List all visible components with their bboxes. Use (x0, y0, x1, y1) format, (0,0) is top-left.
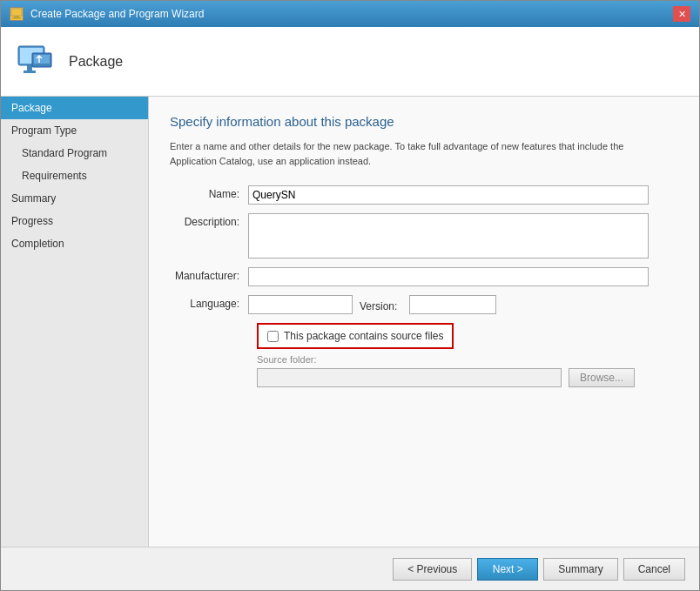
header-label: Package (69, 54, 123, 70)
sidebar: Package Program Type Standard Program Re… (1, 97, 149, 547)
source-folder-input[interactable] (257, 368, 562, 387)
sidebar-item-package[interactable]: Package (1, 97, 148, 119)
cancel-button[interactable]: Cancel (623, 558, 685, 581)
window-icon (10, 7, 24, 21)
content-area: Package Program Type Standard Program Re… (1, 97, 699, 547)
version-label: Version: (360, 298, 402, 312)
title-bar: Create Package and Program Wizard ✕ (1, 1, 699, 27)
sidebar-item-standard-program[interactable]: Standard Program (1, 142, 148, 165)
name-label: Name: (170, 185, 248, 200)
source-files-checkbox[interactable] (267, 331, 279, 342)
window-title: Create Package and Program Wizard (30, 8, 204, 20)
sidebar-item-summary[interactable]: Summary (1, 187, 148, 210)
source-folder-label: Source folder: (257, 354, 678, 365)
source-files-checkbox-row: This package contains source files (257, 323, 454, 349)
previous-button[interactable]: < Previous (393, 558, 472, 581)
language-version-inline: Version: (248, 295, 649, 314)
next-button[interactable]: Next > (477, 558, 538, 581)
sidebar-item-requirements[interactable]: Requirements (1, 165, 148, 187)
version-input[interactable] (409, 295, 496, 314)
source-folder-row: Browse... (257, 368, 678, 387)
description-row: Description: (170, 213, 678, 259)
language-version-row: Language: Version: (170, 295, 678, 314)
sidebar-item-program-type[interactable]: Program Type (1, 119, 148, 142)
package-icon (15, 41, 57, 83)
name-row: Name: (170, 185, 678, 205)
manufacturer-input[interactable] (248, 267, 649, 286)
manufacturer-label: Manufacturer: (170, 267, 248, 282)
description-label: Description: (170, 213, 248, 228)
summary-button[interactable]: Summary (543, 558, 617, 581)
svg-rect-2 (12, 17, 21, 19)
svg-rect-6 (24, 71, 36, 73)
language-input[interactable] (248, 295, 353, 314)
sidebar-item-completion[interactable]: Completion (1, 232, 148, 255)
svg-rect-8 (34, 55, 50, 64)
sidebar-item-progress[interactable]: Progress (1, 210, 148, 232)
source-files-label: This package contains source files (284, 330, 443, 342)
svg-rect-0 (11, 9, 22, 16)
manufacturer-row: Manufacturer: (170, 267, 678, 286)
main-title: Specify information about this package (170, 114, 678, 129)
title-bar-left: Create Package and Program Wizard (10, 7, 204, 21)
header-bar: Package (1, 27, 699, 97)
language-label: Language: (170, 295, 248, 310)
svg-rect-1 (14, 16, 19, 17)
name-input[interactable] (248, 185, 649, 205)
description-input[interactable] (248, 213, 649, 259)
close-button[interactable]: ✕ (673, 6, 690, 22)
main-panel: Specify information about this package E… (149, 97, 699, 547)
info-text: Enter a name and other details for the n… (170, 139, 657, 168)
svg-rect-5 (27, 65, 32, 71)
wizard-window: Create Package and Program Wizard ✕ Pack… (0, 0, 700, 591)
footer: < Previous Next > Summary Cancel (1, 547, 699, 590)
browse-button[interactable]: Browse... (569, 368, 635, 387)
